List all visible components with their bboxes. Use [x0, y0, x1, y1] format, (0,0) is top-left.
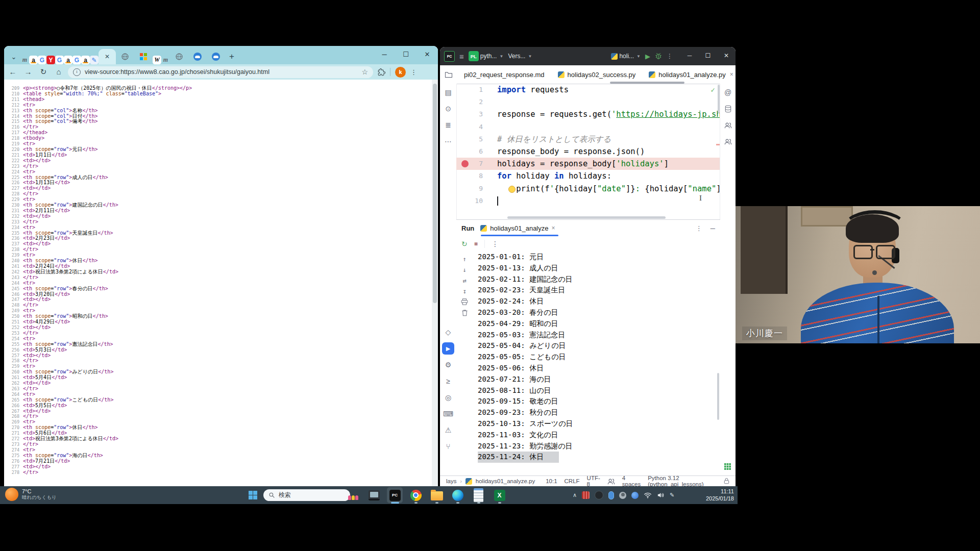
code-editor[interactable]: 1✓import requests23response = requests.g…	[456, 84, 720, 219]
ai-assistant-icon[interactable]: @	[720, 85, 736, 100]
python-packages-icon[interactable]: ◇	[440, 324, 456, 340]
commit-tool-icon[interactable]: ⊙	[440, 101, 456, 116]
pycharm-minimize-button[interactable]: ─	[680, 47, 699, 65]
tab-request-response-md[interactable]: pi02_request_response.md	[457, 65, 551, 84]
tab-close-icon[interactable]: ×	[730, 71, 733, 78]
tab-globe-2[interactable]	[170, 49, 188, 64]
status-segment[interactable]: 4 spaces	[622, 475, 641, 486]
scroll-up-icon[interactable]: ↑	[462, 255, 466, 263]
scroll-down-icon[interactable]: ↓	[462, 265, 466, 274]
browser-close-button[interactable]: ✕	[416, 46, 438, 64]
tray-user-icon[interactable]	[619, 492, 626, 499]
terminal-icon[interactable]: ⌨	[440, 406, 456, 421]
database-icon[interactable]	[720, 101, 736, 116]
start-button[interactable]	[249, 491, 257, 499]
run-tab-holidays01-analyze[interactable]: holidays01_analyze ×	[480, 224, 555, 232]
tab-amazon-3[interactable]: a	[81, 56, 90, 64]
pycharm-close-button[interactable]: ✕	[717, 47, 736, 65]
intention-bulb-icon[interactable]	[508, 186, 516, 193]
taskbar-clock[interactable]: 11:11 2025/01/18	[703, 488, 734, 502]
omnibox[interactable]: i view-source:https://www8.cao.go.jp/cho…	[68, 66, 373, 78]
chrome-app-icon[interactable]	[408, 487, 424, 503]
python-console-icon[interactable]: ≥	[440, 373, 456, 389]
gradle-users-icon[interactable]	[720, 117, 736, 133]
tray-mic-icon[interactable]	[608, 491, 614, 499]
breadcrumb-file[interactable]: holidays01_analyze.py	[476, 478, 535, 484]
browser-scrollbar-thumb[interactable]	[433, 84, 437, 303]
services-icon[interactable]: ⚙	[440, 357, 456, 372]
tab-globe-1[interactable]	[116, 49, 134, 64]
back-button[interactable]: ←	[8, 67, 17, 77]
tab-microsoft[interactable]	[134, 49, 153, 64]
tab-yahoo[interactable]: Y	[46, 56, 55, 64]
console-options-icon[interactable]: ⋮	[492, 240, 499, 248]
excel-app-icon[interactable]: X	[492, 487, 507, 503]
play-circle-icon[interactable]: ◎	[440, 390, 456, 405]
tray-camera-icon[interactable]	[595, 491, 603, 499]
breadcrumb[interactable]: lays	[446, 478, 456, 484]
tab-amazon-1[interactable]: a	[29, 56, 38, 64]
reload-button[interactable]: ↻	[39, 67, 48, 77]
taskbar-search[interactable]: 検索	[263, 489, 350, 501]
profile-avatar[interactable]: k	[395, 67, 406, 78]
more-tools-icon[interactable]: ⋯	[440, 134, 456, 149]
explorer-app-icon[interactable]	[429, 487, 445, 503]
browser-menu-icon[interactable]: ⋮	[410, 68, 417, 76]
print-icon[interactable]	[461, 297, 468, 306]
structure-tool-icon[interactable]: ≣	[440, 117, 456, 133]
tab-holidays01-analyze[interactable]: holidays01_analyze.py×	[642, 65, 736, 84]
pycharm-maximize-button[interactable]: ☐	[699, 47, 717, 65]
rerun-button[interactable]: ↻	[461, 240, 468, 248]
photos-app-icon[interactable]	[345, 487, 361, 503]
tray-expand-icon[interactable]: ∧	[573, 492, 577, 498]
tab-m-1[interactable]: m	[20, 56, 29, 64]
run-button[interactable]: ▶	[645, 53, 650, 60]
weather-widget[interactable]: 7°C 晴れのちくもり	[5, 488, 57, 501]
browser-minimize-button[interactable]: ─	[374, 46, 395, 64]
run-panel-minimize-icon[interactable]: ─	[710, 224, 715, 232]
bookmark-star-icon[interactable]: ☆	[361, 68, 368, 76]
run-configuration-selector[interactable]: holi... ▼	[611, 53, 641, 60]
console-scrollbar[interactable]	[717, 373, 719, 420]
tray-app-red-icon[interactable]	[582, 491, 590, 499]
tab-google-3[interactable]: G	[72, 56, 81, 64]
project-tool-icon[interactable]: ▤	[440, 85, 456, 100]
edge-app-icon[interactable]	[450, 487, 465, 503]
status-segment[interactable]: Python 3.12 (python_api_lessons)	[648, 475, 717, 486]
run-tool-icon[interactable]: ▶	[442, 342, 454, 355]
display-app-icon[interactable]	[366, 487, 382, 503]
home-button[interactable]: ⌂	[54, 67, 63, 77]
tab-amazon-2[interactable]: a	[64, 56, 72, 64]
tab-google-1[interactable]: G	[38, 56, 46, 64]
project-folder-icon[interactable]	[445, 71, 453, 78]
url-text[interactable]: view-source:https://www8.cao.go.jp/chose…	[85, 68, 270, 76]
browser-scrollbar[interactable]	[432, 80, 438, 486]
tab-m-2[interactable]: m	[161, 56, 170, 64]
status-segment[interactable]: CRLF	[565, 478, 580, 484]
tab-active-viewsource[interactable]: ✕	[99, 49, 116, 64]
tray-cloud-icon[interactable]	[631, 492, 639, 499]
tab-holidays02-success[interactable]: holidays02_success.py	[551, 65, 643, 84]
ime-pen-icon[interactable]: ✎	[670, 492, 674, 498]
tab-drive-2[interactable]	[207, 49, 225, 64]
tab-wikipedia[interactable]: W	[153, 56, 161, 64]
notepad-app-icon[interactable]	[471, 487, 486, 503]
debug-button[interactable]	[655, 53, 662, 60]
main-menu-icon[interactable]: ≡	[459, 52, 464, 61]
project-selector[interactable]: PL pyth... ▼	[469, 51, 504, 61]
tab-drive-1[interactable]	[188, 49, 207, 64]
problems-icon[interactable]: ⚠	[440, 422, 456, 438]
collab-users-icon[interactable]	[720, 134, 736, 149]
shared-indexes-icon[interactable]	[607, 478, 615, 485]
forward-button[interactable]: →	[23, 67, 33, 77]
tab-google-2[interactable]: G	[55, 56, 64, 64]
wifi-icon[interactable]	[644, 492, 652, 498]
lock-icon[interactable]	[724, 478, 729, 484]
tab-editor-pen[interactable]: ✎	[90, 56, 99, 64]
pycharm-app-icon[interactable]: PC	[387, 487, 403, 503]
run-tab-close-icon[interactable]: ×	[551, 224, 555, 232]
tab-new[interactable]: +	[225, 49, 238, 64]
page-info-icon[interactable]: i	[73, 68, 81, 76]
tab-search-chevron[interactable]: ⌄	[7, 49, 20, 64]
clear-output-icon[interactable]	[461, 308, 468, 317]
